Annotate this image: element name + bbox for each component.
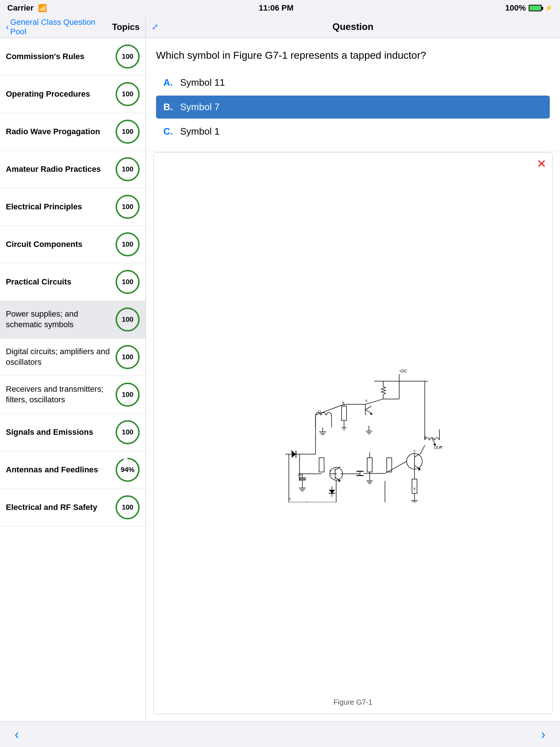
- topic-label: Operating Procedures: [6, 89, 116, 100]
- score-circle: 100: [116, 420, 140, 444]
- score-circle: 100: [116, 120, 140, 144]
- battery-label: 100%: [505, 3, 526, 13]
- svg-rect-39: [319, 458, 324, 472]
- question-text: Which symbol in Figure G7-1 represents a…: [156, 48, 550, 62]
- sidebar-item-operating-procedures[interactable]: Operating Procedures100: [0, 76, 145, 113]
- carrier-label: Carrier: [7, 3, 34, 13]
- svg-line-58: [432, 438, 435, 444]
- nav-bar: ‹ General Class Question Pool Topics ⤢ Q…: [0, 16, 560, 38]
- sidebar-item-radio-wave[interactable]: Radio Wave Progagation100: [0, 113, 145, 151]
- svg-text:+DC: +DC: [399, 369, 407, 373]
- topic-label: Signals and Emissions: [6, 427, 116, 438]
- topic-label: Radio Wave Progagation: [6, 127, 116, 137]
- figure-caption: Figure G7-1: [334, 698, 373, 707]
- topic-label: Electrical and RF Safety: [6, 502, 116, 513]
- sidebar-item-electrical-principles[interactable]: Electrical Principles100: [0, 188, 145, 226]
- topic-label: Commission's Rules: [6, 51, 116, 62]
- wifi-icon: 📶: [38, 4, 47, 12]
- answer-option-A[interactable]: A.Symbol 11: [156, 71, 550, 94]
- score-circle: 100: [116, 44, 140, 69]
- status-bar: Carrier 📶 11:06 PM 100% ⚡: [0, 0, 560, 16]
- svg-point-59: [434, 444, 436, 446]
- bottom-nav: ‹ ›: [0, 721, 560, 747]
- sidebar-item-electrical-rf-safety[interactable]: Electrical and RF Safety100: [0, 489, 145, 526]
- svg-text:9: 9: [413, 487, 415, 491]
- answer-option-B[interactable]: B.Symbol 7: [156, 96, 550, 119]
- sidebar-item-signals-emissions[interactable]: Signals and Emissions100: [0, 414, 145, 451]
- svg-rect-25: [342, 406, 347, 421]
- answer-text: Symbol 7: [180, 101, 219, 113]
- figure-content: +DC OUT 11 8 5: [153, 152, 552, 714]
- sidebar: Commission's Rules100Operating Procedure…: [0, 38, 146, 721]
- topic-label: Receivers and transmitters; filters, osc…: [6, 384, 116, 405]
- topic-label: Power supplies; and schematic symbols: [6, 309, 116, 330]
- svg-text:5: 5: [365, 399, 368, 403]
- status-carrier: Carrier 📶: [7, 3, 47, 13]
- svg-text:2: 2: [413, 449, 415, 453]
- svg-line-99: [420, 445, 425, 453]
- question-area: Which symbol in Figure G7-1 represents a…: [146, 38, 560, 152]
- prev-arrow[interactable]: ‹: [15, 727, 19, 742]
- sidebar-item-amateur-radio[interactable]: Amateur Radio Practices100: [0, 151, 145, 188]
- svg-text:7: 7: [289, 497, 291, 501]
- score-circle: 100: [116, 495, 140, 519]
- svg-line-72: [365, 399, 383, 405]
- topic-label: Antennas and Feedlines: [6, 465, 116, 475]
- svg-text:10: 10: [298, 472, 302, 476]
- status-time: 11:06 PM: [259, 3, 293, 13]
- nav-left: ‹ General Class Question Pool Topics: [0, 16, 146, 38]
- topic-label: Digital circuits; amplifiers and oscilla…: [6, 347, 116, 367]
- figure-overlay: ✕ +DC OUT: [153, 152, 553, 714]
- score-circle: 94%: [116, 458, 140, 482]
- svg-line-98: [385, 461, 407, 473]
- score-circle: 100: [116, 270, 140, 294]
- svg-text:OUT: OUT: [434, 445, 443, 450]
- next-arrow[interactable]: ›: [541, 727, 545, 742]
- charging-icon: ⚡: [545, 4, 553, 12]
- sidebar-item-antennas-feedlines[interactable]: Antennas and Feedlines94%: [0, 451, 145, 489]
- svg-marker-55: [418, 468, 421, 471]
- circuit-diagram: +DC OUT 11 8 5: [161, 160, 545, 695]
- topics-title: Topics: [112, 22, 140, 32]
- svg-rect-101: [367, 458, 372, 472]
- answer-option-C[interactable]: C.Symbol 1: [156, 120, 550, 143]
- topic-label: Amateur Radio Practices: [6, 164, 116, 175]
- back-button[interactable]: ‹ General Class Question Pool: [6, 18, 108, 36]
- score-circle: 100: [116, 307, 140, 332]
- topic-label: Practical Circuits: [6, 277, 116, 287]
- sidebar-item-power-supplies[interactable]: Power supplies; and schematic symbols100: [0, 301, 145, 338]
- sidebar-item-commissions-rules[interactable]: Commission's Rules100: [0, 38, 145, 76]
- answer-text: Symbol 11: [180, 77, 225, 88]
- answer-letter: A.: [163, 77, 174, 88]
- close-button[interactable]: ✕: [537, 157, 547, 171]
- answer-letter: B.: [163, 101, 174, 113]
- back-chevron-icon: ‹: [6, 22, 9, 32]
- svg-marker-47: [329, 490, 335, 494]
- topic-label: Circuit Components: [6, 239, 116, 250]
- score-circle: 100: [116, 345, 140, 369]
- svg-line-32: [365, 406, 372, 410]
- sidebar-item-digital-circuits[interactable]: Digital circuits; amplifiers and oscilla…: [0, 338, 145, 376]
- svg-text:8: 8: [342, 400, 344, 405]
- score-circle: 100: [116, 383, 140, 407]
- score-circle: 100: [116, 82, 140, 106]
- svg-marker-34: [370, 413, 373, 415]
- expand-icon[interactable]: ⤢: [152, 22, 158, 32]
- main-content: Commission's Rules100Operating Procedure…: [0, 38, 560, 721]
- sidebar-item-circuit-components[interactable]: Circuit Components100: [0, 226, 145, 263]
- answer-options: A.Symbol 11B.Symbol 7C.Symbol 1: [156, 71, 550, 143]
- status-right: 100% ⚡: [505, 3, 553, 13]
- answer-text: Symbol 1: [180, 126, 219, 137]
- score-circle: 100: [116, 195, 140, 219]
- right-panel: Which symbol in Figure G7-1 represents a…: [146, 38, 560, 721]
- score-circle: 100: [116, 232, 140, 256]
- answer-letter: C.: [163, 126, 174, 137]
- score-circle: 100: [116, 157, 140, 181]
- battery-icon: [529, 5, 542, 11]
- sidebar-item-practical-circuits[interactable]: Practical Circuits100: [0, 263, 145, 301]
- topic-label: Electrical Principles: [6, 202, 116, 212]
- svg-marker-15: [292, 451, 296, 458]
- question-title: Question: [332, 21, 374, 32]
- sidebar-item-receivers-transmitters[interactable]: Receivers and transmitters; filters, osc…: [0, 376, 145, 414]
- nav-right: ⤢ Question: [146, 16, 560, 38]
